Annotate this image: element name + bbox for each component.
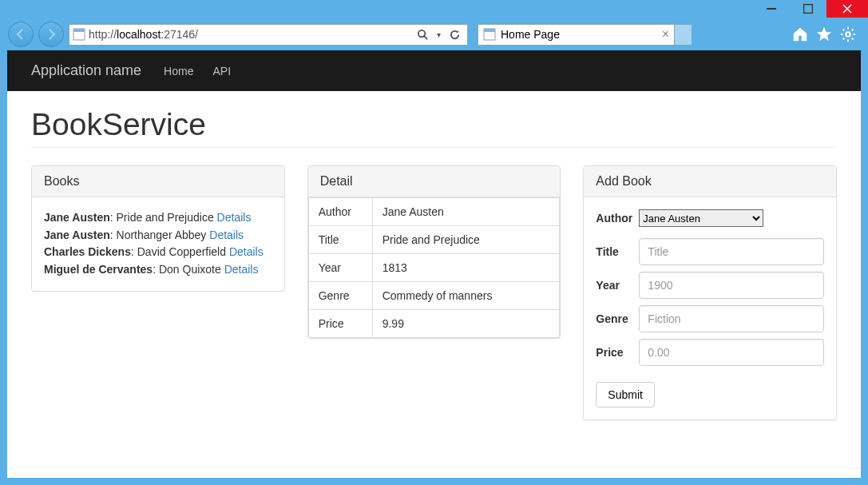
price-input[interactable]	[639, 339, 824, 366]
details-link[interactable]: Details	[224, 263, 259, 276]
window-titlebar	[0, 0, 868, 19]
detail-panel: Detail AuthorJane Austen TitlePride and …	[307, 165, 561, 339]
refresh-icon[interactable]	[449, 29, 461, 41]
page-title: BookService	[31, 107, 837, 148]
book-list-item: Miguel de Cervantes: Don Quixote Details	[44, 261, 272, 279]
nav-link-home[interactable]: Home	[164, 65, 193, 78]
page-icon	[483, 28, 496, 41]
detail-value-year: 1813	[372, 254, 560, 282]
title-input[interactable]	[639, 238, 824, 265]
year-input[interactable]	[639, 272, 824, 299]
table-row: Price9.99	[308, 310, 560, 338]
url-text: http://localhost:27146/	[89, 28, 417, 41]
detail-panel-title: Detail	[308, 166, 561, 197]
detail-label-year: Year	[308, 254, 372, 282]
brand[interactable]: Application name	[31, 62, 141, 79]
book-list-item: Jane Austen: Pride and Prejudice Details	[44, 209, 272, 227]
form-label-price: Price	[596, 346, 639, 359]
book-title: Pride and Prejudice	[117, 211, 214, 224]
form-label-author: Author	[596, 212, 639, 225]
books-panel: Books Jane Austen: Pride and Prejudice D…	[31, 165, 285, 292]
svg-rect-3	[73, 29, 85, 32]
svg-point-4	[418, 30, 425, 36]
home-icon[interactable]	[791, 26, 809, 43]
window-close-button[interactable]	[826, 0, 868, 18]
detail-value-title: Pride and Prejudice	[372, 226, 560, 254]
book-author: Charles Dickens	[44, 245, 131, 258]
detail-label-title: Title	[308, 226, 372, 254]
submit-button[interactable]: Submit	[596, 382, 655, 407]
add-book-panel: Add Book Author Jane Austen Title	[583, 165, 837, 420]
page-icon	[73, 28, 85, 41]
book-title: Don Quixote	[159, 263, 221, 276]
app-navbar: Application name Home API	[7, 50, 861, 91]
url-path: :27146/	[161, 28, 198, 41]
address-bar[interactable]: http://localhost:27146/ ▾	[69, 24, 468, 46]
detail-table: AuthorJane Austen TitlePride and Prejudi…	[308, 197, 561, 338]
svg-point-7	[846, 32, 850, 37]
detail-value-genre: Commedy of manners	[372, 282, 560, 310]
form-label-title: Title	[596, 245, 639, 258]
detail-label-genre: Genre	[308, 282, 372, 310]
search-icon[interactable]	[417, 29, 429, 41]
url-scheme: http://	[89, 28, 117, 41]
book-title: Northanger Abbey	[117, 229, 207, 241]
tab-close-icon[interactable]: ×	[662, 28, 669, 41]
form-label-genre: Genre	[596, 312, 639, 325]
details-link[interactable]: Details	[229, 245, 264, 258]
genre-input[interactable]	[639, 305, 824, 332]
book-list-item: Charles Dickens: David Copperfield Detai…	[44, 244, 272, 261]
svg-rect-6	[484, 29, 495, 32]
table-row: Year1813	[308, 254, 560, 282]
book-author: Jane Austen	[44, 211, 110, 224]
svg-rect-0	[767, 8, 776, 10]
details-link[interactable]: Details	[209, 229, 244, 241]
table-row: AuthorJane Austen	[308, 198, 560, 226]
url-host: localhost	[117, 28, 161, 41]
book-list-item: Jane Austen: Northanger Abbey Details	[44, 227, 272, 244]
details-link[interactable]: Details	[217, 211, 252, 224]
author-select[interactable]: Jane Austen	[639, 209, 763, 227]
new-tab-button[interactable]	[675, 24, 692, 46]
favorites-icon[interactable]	[815, 26, 833, 43]
books-list: Jane Austen: Pride and Prejudice Details…	[32, 197, 284, 291]
form-label-year: Year	[596, 279, 639, 292]
browser-tab[interactable]: Home Page ×	[478, 24, 675, 46]
book-author: Miguel de Cervantes	[44, 263, 153, 276]
back-button[interactable]	[8, 22, 34, 47]
window-maximize-button[interactable]	[790, 0, 826, 18]
detail-label-price: Price	[308, 310, 372, 338]
forward-button[interactable]	[38, 22, 64, 47]
nav-link-api[interactable]: API	[212, 65, 231, 78]
table-row: TitlePride and Prejudice	[308, 226, 560, 254]
detail-label-author: Author	[308, 198, 372, 226]
detail-value-author: Jane Austen	[372, 198, 560, 226]
table-row: GenreCommedy of manners	[308, 282, 560, 310]
detail-value-price: 9.99	[372, 310, 560, 338]
books-panel-title: Books	[32, 166, 284, 197]
search-dropdown-icon[interactable]: ▾	[437, 30, 441, 39]
book-author: Jane Austen	[44, 229, 110, 241]
tab-title: Home Page	[501, 28, 657, 41]
add-book-panel-title: Add Book	[584, 166, 836, 197]
window-minimize-button[interactable]	[753, 0, 790, 18]
svg-rect-1	[804, 5, 813, 14]
settings-icon[interactable]	[839, 26, 857, 43]
book-title: David Copperfield	[137, 245, 226, 258]
browser-toolbar: http://localhost:27146/ ▾ Home Page ×	[0, 19, 868, 50]
